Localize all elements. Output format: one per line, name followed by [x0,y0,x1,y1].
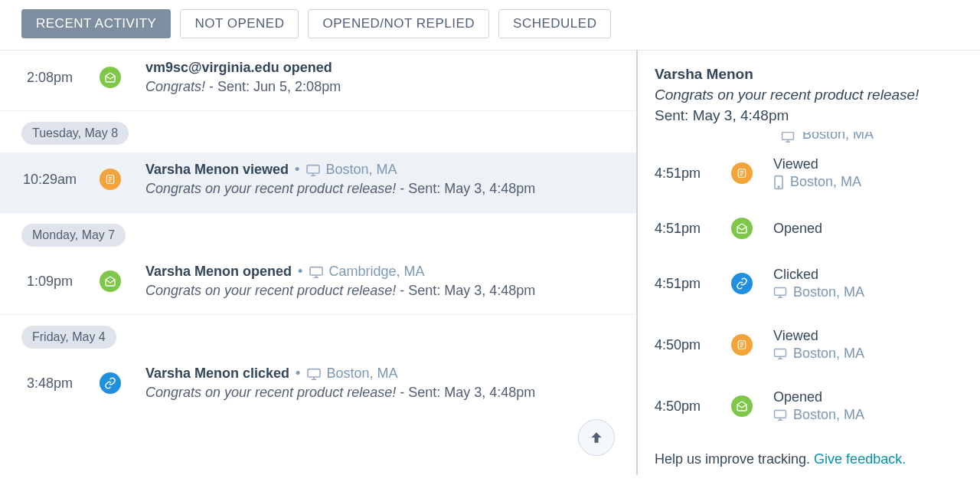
detail-contact-name: Varsha Menon [655,66,963,83]
activity-sent: Sent: May 3, 4:48pm [408,385,535,400]
detail-event-time: 4:51pm [655,221,731,237]
detail-event-action: Viewed [773,328,864,344]
tab-scheduled[interactable]: SCHEDULED [498,9,611,38]
detail-subject: Congrats on your recent product release! [655,87,963,103]
date-header: Monday, May 7 [0,213,636,254]
detail-event-location: Boston, MA [793,284,864,300]
mobile-icon [773,175,784,190]
activity-action: opened [243,264,292,279]
detail-event-location: Boston, MA [793,346,864,362]
svg-rect-3 [308,369,320,376]
activity-location: Cambridge, MA [328,264,424,280]
desktop-icon [773,348,787,359]
svg-rect-1 [307,165,319,172]
activity-subject: Congrats on your recent product release! [145,385,396,400]
activity-subject: Congrats on your recent product release! [145,283,396,298]
detail-panel: Varsha Menon Congrats on your recent pro… [638,51,980,475]
detail-event-action: Opened [773,389,864,405]
svg-rect-2 [310,267,322,274]
activity-time: 2:08pm [0,70,100,86]
svg-point-7 [778,186,779,188]
detail-event-time: 4:51pm [655,276,731,292]
scroll-to-top-button[interactable] [578,419,615,456]
activity-subject: Congrats on your recent product release! [145,181,396,196]
activity-time: 3:48pm [0,375,100,392]
detail-event-row-partial: Boston, MA [655,132,963,143]
date-header: Friday, May 4 [0,315,636,356]
document-view-icon [731,334,753,356]
feedback-prompt: Help us improve tracking. Give feedback. [655,451,906,467]
date-header: Tuesday, May 8 [0,111,636,152]
activity-location: Boston, MA [326,366,397,382]
detail-event-action: Opened [773,221,822,237]
detail-event-time: 4:50pm [655,398,731,415]
desktop-icon [773,287,787,298]
activity-action: viewed [243,162,289,177]
activity-row[interactable]: 10:29am Varsha Menon viewed • Boston, MA… [0,152,636,213]
detail-event-row: 4:51pm Opened [655,204,963,253]
desktop-icon [781,132,795,143]
tab-not-opened[interactable]: NOT OPENED [180,9,299,38]
date-pill: Tuesday, May 8 [21,122,129,145]
detail-event-row: 4:51pm Clicked Boston, MA [655,253,963,314]
envelope-open-icon [100,271,121,292]
link-click-icon [100,372,121,394]
envelope-open-icon [731,395,753,417]
envelope-open-icon [100,67,121,88]
date-pill: Friday, May 4 [21,326,116,349]
detail-event-row: 4:51pm Viewed Boston, MA [655,143,963,204]
tab-recent-activity[interactable]: RECENT ACTIVITY [21,9,171,38]
detail-event-action: Viewed [773,156,861,172]
detail-event-location: Boston, MA [790,174,861,190]
link-click-icon [731,273,753,294]
detail-event-row: 4:50pm Opened Boston, MA [655,375,963,437]
give-feedback-link[interactable]: Give feedback. [814,451,906,467]
date-pill: Monday, May 7 [21,224,126,247]
detail-event-row: 4:50pm Viewed Boston, MA [655,314,963,375]
desktop-icon [773,409,787,421]
detail-event-action: Clicked [773,267,864,283]
activity-sent: Sent: May 3, 4:48pm [408,181,535,196]
desktop-icon [309,266,324,278]
envelope-open-icon [731,218,753,239]
activity-subject: Congrats! [145,79,205,94]
activity-location: Boston, MA [325,162,397,178]
document-view-icon [100,169,121,190]
activity-time: 1:09pm [0,274,100,290]
desktop-icon [306,368,322,380]
arrow-up-icon [589,430,604,445]
detail-event-location: Boston, MA [793,407,864,423]
activity-who: Varsha Menon [145,264,239,279]
activity-time: 10:29am [0,172,100,188]
activity-who: Varsha Menon [145,162,239,177]
activity-row[interactable]: 3:48pm Varsha Menon clicked • Boston, MA… [0,356,636,416]
detail-sent: Sent: May 3, 4:48pm [655,107,963,124]
detail-event-time: 4:50pm [655,337,731,353]
detail-event-time: 4:51pm [655,166,731,182]
activity-who: Varsha Menon [145,366,239,381]
activity-action: opened [283,60,332,75]
detail-event-location: Boston, MA [802,132,874,143]
activity-feed: 2:08pm vm9sc@virginia.edu opened Congrat… [0,51,638,475]
feedback-text: Help us improve tracking. [655,451,810,467]
tab-opened-not-replied[interactable]: OPENED/NOT REPLIED [308,9,489,38]
desktop-icon [305,164,321,176]
activity-who: vm9sc@virginia.edu [145,60,279,75]
activity-row[interactable]: 1:09pm Varsha Menon opened • Cambridge, … [0,254,636,315]
svg-rect-8 [775,288,786,296]
svg-rect-4 [782,133,794,140]
svg-rect-10 [775,349,786,357]
tabs-bar: RECENT ACTIVITY NOT OPENED OPENED/NOT RE… [0,0,980,51]
activity-sent: Sent: May 3, 4:48pm [408,283,535,298]
activity-action: clicked [243,366,289,381]
svg-rect-11 [775,411,786,418]
activity-sent: Sent: Jun 5, 2:08pm [217,79,341,94]
document-view-icon [731,162,753,184]
activity-row[interactable]: 2:08pm vm9sc@virginia.edu opened Congrat… [0,51,636,111]
